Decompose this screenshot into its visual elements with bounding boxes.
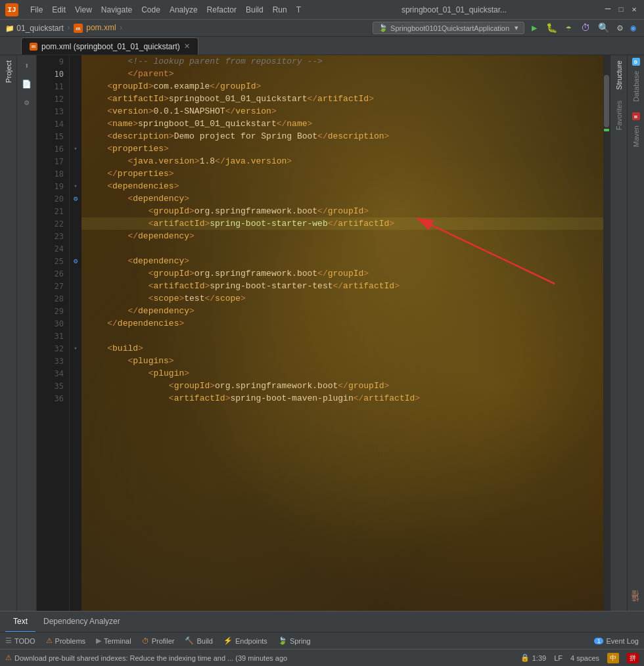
window-controls[interactable]: — □ ✕ bbox=[603, 5, 639, 14]
gutter-16[interactable]: ▾ bbox=[70, 143, 81, 155]
dependency-tab-label: Dependency Analyzer bbox=[43, 617, 120, 626]
line-num-27: 27 bbox=[37, 280, 69, 292]
close-button[interactable]: ✕ bbox=[630, 5, 639, 14]
gutter-23 bbox=[70, 230, 81, 242]
menu-edit[interactable]: Edit bbox=[48, 4, 70, 16]
maven-tab[interactable]: Maven bbox=[630, 120, 643, 152]
search-button[interactable]: 🔍 bbox=[595, 22, 612, 33]
terminal-icon: ▶ bbox=[96, 636, 101, 645]
scroll-thumb[interactable] bbox=[604, 75, 609, 127]
code-line-21: <groupId>org.springframework.boot</group… bbox=[81, 205, 603, 217]
build-label: Build bbox=[196, 637, 212, 645]
line-num-29: 29 bbox=[37, 305, 69, 317]
database-tab[interactable]: Database bbox=[630, 66, 643, 107]
sidebar-folder-icon[interactable]: 📄 bbox=[19, 76, 35, 92]
bottom-tab-dependency[interactable]: Dependency Analyzer bbox=[35, 611, 128, 633]
status-time: 🔒 1:39 bbox=[520, 653, 546, 663]
menu-bar[interactable]: File Edit View Navigate Code Analyze Ref… bbox=[26, 4, 305, 16]
sidebar-settings-icon[interactable]: ⚙ bbox=[19, 95, 35, 110]
line-num-31: 31 bbox=[37, 330, 69, 342]
line-num-9: 9 bbox=[37, 55, 69, 68]
problems-tool[interactable]: ⚠ Problems bbox=[46, 636, 85, 645]
breadcrumb-project[interactable]: 📁 01_quickstart bbox=[5, 24, 64, 33]
breadcrumb-file[interactable]: m pom.xml bbox=[74, 23, 116, 33]
app-logo: IJ bbox=[5, 3, 18, 16]
line-num-34: 34 bbox=[37, 367, 69, 380]
text-tab-label: Text bbox=[13, 617, 28, 626]
gutter-28 bbox=[70, 292, 81, 305]
gutter-10 bbox=[70, 68, 81, 80]
code-line-29: </dependency> bbox=[81, 305, 603, 317]
window-title: springboot_01_01_quickstar... bbox=[313, 5, 595, 14]
gutter-20[interactable]: ⚙ bbox=[70, 192, 81, 205]
menu-run[interactable]: Run bbox=[269, 4, 291, 16]
debug-button[interactable]: 🐛 bbox=[544, 21, 559, 35]
code-area[interactable]: <!-- lookup parent from repository --> <… bbox=[81, 55, 603, 611]
sidebar-up-icon[interactable]: ⬆ bbox=[19, 58, 35, 74]
event-log-tool[interactable]: 1 Event Log bbox=[594, 637, 639, 645]
spring-tool[interactable]: 🍃 Spring bbox=[278, 636, 311, 645]
maven-right-icon: m bbox=[632, 112, 640, 120]
line-num-26: 26 bbox=[37, 267, 69, 280]
minimize-button[interactable]: — bbox=[603, 5, 612, 14]
status-lf[interactable]: LF bbox=[554, 653, 563, 663]
tab-close-button[interactable]: ✕ bbox=[184, 42, 190, 51]
gutter-22 bbox=[70, 217, 81, 230]
gutter-34 bbox=[70, 367, 81, 380]
gutter-32[interactable]: ▾ bbox=[70, 342, 81, 355]
tab-pom-xml[interactable]: m pom.xml (springboot_01_01_quickstart) … bbox=[21, 37, 198, 55]
cjk-text: 儒 bbox=[628, 600, 643, 606]
line-num-36: 36 bbox=[37, 392, 69, 405]
warning-icon: ⚠ bbox=[5, 654, 12, 662]
tab-maven-icon: m bbox=[30, 43, 37, 51]
coverage-button[interactable]: ☂ bbox=[561, 21, 576, 35]
spring-label: Spring bbox=[290, 637, 311, 645]
project-tab[interactable]: Project bbox=[2, 55, 15, 88]
terminal-tool[interactable]: ▶ Terminal bbox=[96, 636, 131, 645]
profiler-tool[interactable]: ⏱ Profiler bbox=[142, 637, 175, 645]
line-num-16: 16 bbox=[37, 143, 69, 155]
structure-tab[interactable]: Structure bbox=[612, 55, 626, 95]
line-num-10: 10 bbox=[37, 68, 69, 80]
cjk-text2: 情 bbox=[628, 606, 643, 611]
gutter-14 bbox=[70, 118, 81, 130]
gutter-19[interactable]: ▾ bbox=[70, 180, 81, 192]
bottom-tab-text[interactable]: Text bbox=[5, 611, 35, 633]
scroll-mark-green bbox=[604, 129, 609, 131]
gutter-25[interactable]: ⚙ bbox=[70, 255, 81, 267]
maven-icon: m bbox=[74, 24, 83, 33]
menu-analyze[interactable]: Analyze bbox=[166, 4, 202, 16]
status-message: ⚠ Download pre-built shared indexes: Red… bbox=[5, 654, 513, 662]
settings-button[interactable]: ⚙ bbox=[614, 22, 625, 33]
code-line-28: <scope>test</scope> bbox=[81, 292, 603, 305]
line-num-19: 19 bbox=[37, 180, 69, 192]
menu-code[interactable]: Code bbox=[137, 4, 164, 16]
gutter-29 bbox=[70, 305, 81, 317]
bottom-tabs-bar: Text Dependency Analyzer bbox=[0, 611, 644, 632]
maximize-button[interactable]: □ bbox=[616, 5, 626, 14]
profile-button[interactable]: ⏱ bbox=[578, 21, 593, 35]
line-num-17: 17 bbox=[37, 155, 69, 167]
code-line-32: <build> bbox=[81, 342, 603, 355]
breadcrumb-bar: 📁 01_quickstart › m pom.xml › 🍃 Springbo… bbox=[0, 20, 644, 37]
breadcrumb-sep1: › bbox=[66, 24, 71, 33]
run-config-dropdown[interactable]: 🍃 Springboot0101QuickstartApplication ▾ bbox=[373, 22, 524, 34]
gutter-11 bbox=[70, 80, 81, 93]
menu-t[interactable]: T bbox=[292, 4, 305, 16]
menu-refactor[interactable]: Refactor bbox=[203, 4, 241, 16]
menu-build[interactable]: Build bbox=[242, 4, 267, 16]
todo-tool[interactable]: ☰ TODO bbox=[5, 636, 35, 645]
menu-navigate[interactable]: Navigate bbox=[97, 4, 136, 16]
status-spaces[interactable]: 4 spaces bbox=[570, 653, 599, 663]
endpoints-tool[interactable]: ⚡ Endpoints bbox=[223, 636, 267, 645]
run-button[interactable]: ▶ bbox=[527, 21, 541, 35]
code-line-13: <version>0.0.1-SNAPSHOT</version> bbox=[81, 105, 603, 118]
code-line-24 bbox=[81, 242, 603, 255]
menu-view[interactable]: View bbox=[71, 4, 96, 16]
assist-button[interactable]: ◉ bbox=[628, 22, 639, 33]
build-tool[interactable]: 🔨 Build bbox=[185, 636, 212, 645]
vertical-scrollbar[interactable] bbox=[603, 55, 610, 611]
menu-file[interactable]: File bbox=[26, 4, 47, 16]
code-line-23: </dependency> bbox=[81, 230, 603, 242]
favorites-tab[interactable]: Favorites bbox=[612, 95, 626, 135]
